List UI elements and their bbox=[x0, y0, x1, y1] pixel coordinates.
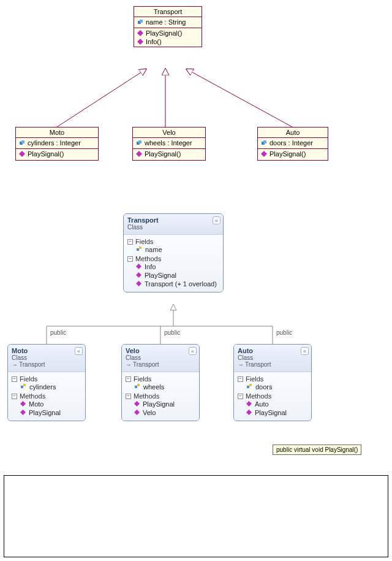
svg-rect-32 bbox=[137, 384, 140, 386]
class-title: Auto bbox=[238, 347, 307, 354]
property-icon bbox=[18, 139, 26, 147]
collapse-icon[interactable]: « bbox=[213, 216, 221, 224]
empty-panel bbox=[4, 475, 388, 557]
field-name: cylinders bbox=[29, 383, 56, 391]
uml2-transport: Transport Class « −Fields name −Methods … bbox=[123, 213, 224, 292]
class-title: Transport bbox=[134, 7, 202, 17]
svg-marker-26 bbox=[170, 304, 176, 310]
property-icon bbox=[137, 18, 144, 26]
class-sub: Class bbox=[127, 224, 219, 231]
class-title: Auto bbox=[258, 128, 328, 138]
svg-marker-15 bbox=[261, 151, 267, 157]
svg-rect-8 bbox=[21, 140, 24, 143]
field-icon bbox=[134, 383, 140, 391]
method-icon bbox=[136, 272, 141, 279]
method-name: PlaySignal bbox=[29, 409, 61, 416]
svg-line-2 bbox=[187, 69, 292, 127]
collapse-icon[interactable]: « bbox=[301, 347, 309, 355]
field-icon bbox=[20, 383, 26, 391]
method-name: Velo bbox=[143, 409, 156, 416]
svg-rect-16 bbox=[137, 248, 139, 251]
svg-rect-28 bbox=[23, 384, 26, 386]
svg-rect-11 bbox=[138, 140, 141, 143]
method-name: PlaySignal bbox=[143, 400, 175, 408]
method-text: PlaySignal() bbox=[145, 150, 181, 158]
class-title: Moto bbox=[12, 347, 81, 354]
minus-icon[interactable]: − bbox=[127, 239, 133, 245]
svg-rect-17 bbox=[139, 246, 141, 249]
methods-label: Methods bbox=[134, 392, 159, 400]
class-sub: Class bbox=[238, 354, 307, 361]
svg-marker-33 bbox=[134, 401, 140, 406]
method-name: Moto bbox=[29, 400, 43, 408]
method-icon bbox=[246, 409, 252, 416]
public-label: public bbox=[276, 329, 292, 336]
svg-marker-9 bbox=[19, 151, 25, 157]
parent-name: Transport bbox=[133, 361, 159, 368]
svg-rect-36 bbox=[249, 384, 252, 386]
field-icon bbox=[136, 246, 142, 253]
class-sub: Class bbox=[12, 354, 81, 361]
methods-label: Methods bbox=[135, 255, 161, 262]
class-title: Velo bbox=[133, 128, 205, 138]
fields-label: Fields bbox=[135, 238, 153, 245]
method-text: Info() bbox=[146, 38, 162, 45]
svg-marker-5 bbox=[137, 30, 143, 36]
property-icon bbox=[260, 139, 268, 147]
public-label: public bbox=[50, 329, 66, 336]
method-icon bbox=[246, 400, 252, 408]
method-icon bbox=[260, 150, 268, 158]
minus-icon[interactable]: − bbox=[12, 394, 17, 399]
method-icon bbox=[18, 150, 26, 158]
parent-name: Transport bbox=[245, 361, 271, 368]
method-text: PlaySignal() bbox=[28, 150, 64, 158]
method-text: PlaySignal() bbox=[270, 150, 306, 158]
methods-label: Methods bbox=[20, 392, 45, 400]
svg-marker-18 bbox=[136, 264, 141, 269]
minus-icon[interactable]: − bbox=[126, 376, 131, 382]
collapse-icon[interactable]: « bbox=[75, 347, 83, 355]
uml1-transport: Transport name : String PlaySignal() In bbox=[134, 6, 202, 47]
collapse-icon[interactable]: « bbox=[189, 347, 197, 355]
svg-marker-20 bbox=[136, 281, 141, 286]
svg-marker-12 bbox=[136, 151, 142, 157]
uml1-moto: Moto cylinders : Integer PlaySignal() bbox=[15, 127, 99, 161]
svg-marker-34 bbox=[134, 410, 140, 415]
fields-label: Fields bbox=[20, 375, 37, 383]
minus-icon[interactable]: − bbox=[127, 256, 133, 262]
inherit-arrow: → bbox=[12, 361, 18, 368]
svg-marker-30 bbox=[20, 410, 26, 415]
svg-rect-35 bbox=[247, 386, 249, 388]
field-name: doors bbox=[255, 383, 273, 391]
uml2-auto: Auto Class →Transport « −Fields doors −M… bbox=[233, 344, 312, 421]
minus-icon[interactable]: − bbox=[126, 394, 131, 399]
minus-icon[interactable]: − bbox=[238, 376, 243, 382]
class-title: Moto bbox=[16, 128, 98, 138]
method-text: PlaySignal() bbox=[146, 29, 182, 37]
tooltip: public virtual void PlaySignal() bbox=[273, 445, 361, 455]
inherit-arrow: → bbox=[126, 361, 132, 368]
fields-label: Fields bbox=[246, 375, 263, 383]
attr-text: name : String bbox=[146, 18, 186, 26]
public-label: public bbox=[164, 329, 180, 336]
method-icon bbox=[137, 29, 144, 37]
minus-icon[interactable]: − bbox=[238, 394, 243, 399]
svg-rect-14 bbox=[263, 140, 266, 143]
svg-marker-19 bbox=[136, 272, 141, 278]
property-icon bbox=[135, 139, 143, 147]
attr-text: cylinders : Integer bbox=[28, 139, 81, 147]
minus-icon[interactable]: − bbox=[12, 376, 17, 382]
methods-label: Methods bbox=[246, 392, 271, 400]
field-icon bbox=[246, 383, 252, 391]
method-icon bbox=[135, 150, 143, 158]
method-name: PlaySignal bbox=[255, 409, 287, 416]
method-icon bbox=[134, 409, 140, 416]
method-name: Auto bbox=[255, 400, 269, 408]
svg-line-0 bbox=[57, 69, 146, 127]
svg-marker-29 bbox=[20, 401, 26, 406]
svg-rect-31 bbox=[135, 386, 137, 388]
field-name: name bbox=[145, 246, 162, 253]
fields-label: Fields bbox=[134, 375, 151, 383]
method-icon bbox=[20, 400, 26, 408]
svg-marker-6 bbox=[137, 39, 143, 45]
